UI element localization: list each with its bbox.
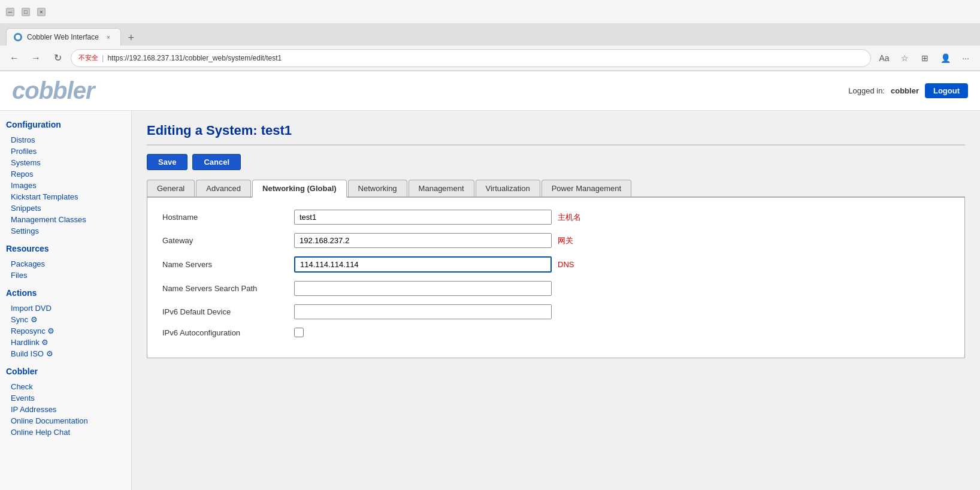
hostname-input-wrapper: 主机名 [294, 210, 581, 225]
collections-icon[interactable]: ⊞ [917, 50, 933, 66]
maximize-button[interactable]: □ [22, 8, 30, 16]
auth-bar: Logged in: cobbler Logout [848, 83, 968, 98]
content-area: Configuration Distros Profiles Systems R… [0, 111, 980, 490]
name-servers-search-input-wrapper [294, 281, 552, 296]
gateway-label: Gateway [162, 236, 294, 245]
tab-favicon [14, 33, 22, 41]
ipv6-default-device-input[interactable] [294, 304, 552, 319]
ipv6-default-device-row: IPv6 Default Device [162, 304, 949, 319]
sidebar-import-dvd[interactable]: Import DVD [6, 303, 125, 314]
tab-bar: Cobbler Web Interface × + [0, 24, 980, 46]
sidebar-repos[interactable]: Repos [6, 168, 125, 180]
sidebar-snippets[interactable]: Snippets [6, 202, 125, 214]
address-actions: Aa ☆ ⊞ 👤 ··· [876, 50, 974, 66]
new-tab-button[interactable]: + [123, 30, 139, 46]
tabs: General Advanced Networking (Global) Net… [147, 180, 965, 198]
ipv6-default-device-label: IPv6 Default Device [162, 307, 294, 316]
ipv6-autoconfig-checkbox[interactable] [294, 328, 304, 337]
title-bar: ─ □ × [0, 0, 980, 24]
sidebar-online-docs[interactable]: Online Documentation [6, 415, 125, 427]
tab-power-management[interactable]: Power Management [542, 180, 631, 196]
gateway-annotation: 网关 [558, 235, 573, 246]
sidebar-images[interactable]: Images [6, 180, 125, 191]
sidebar-reposync[interactable]: Reposync ⚙ [6, 325, 125, 337]
gateway-input-wrapper: 网关 [294, 233, 573, 248]
sidebar-build-iso[interactable]: Build ISO ⚙ [6, 348, 125, 359]
page-wrapper: cobbler Logged in: cobbler Logout Config… [0, 71, 980, 490]
configuration-section-title: Configuration [6, 120, 125, 129]
logo: cobbler [12, 77, 94, 104]
back-button[interactable]: ← [6, 50, 23, 66]
main-content: Editing a System: test1 Save Cancel Gene… [132, 111, 980, 490]
sidebar-ip-addresses[interactable]: IP Addresses [6, 404, 125, 415]
hostname-annotation: 主机名 [558, 212, 581, 223]
sidebar-sync[interactable]: Sync ⚙ [6, 314, 125, 325]
name-servers-row: Name Servers DNS [162, 256, 949, 273]
gateway-row: Gateway 网关 [162, 233, 949, 248]
forward-button[interactable]: → [28, 50, 44, 66]
address-separator: | [102, 53, 104, 62]
minimize-button[interactable]: ─ [6, 8, 14, 16]
sidebar-mgmt-classes[interactable]: Management Classes [6, 214, 125, 225]
name-servers-input-wrapper: DNS [294, 256, 574, 273]
address-input-bar[interactable]: 不安全 | https://192.168.237.131/cobbler_we… [71, 49, 871, 67]
logout-button[interactable]: Logout [925, 83, 968, 98]
name-servers-label: Name Servers [162, 260, 294, 269]
top-header: cobbler Logged in: cobbler Logout [0, 71, 980, 111]
tab-close-button[interactable]: × [104, 32, 113, 42]
name-servers-search-input[interactable] [294, 281, 552, 296]
sidebar-settings[interactable]: Settings [6, 225, 125, 237]
sidebar-profiles[interactable]: Profiles [6, 146, 125, 157]
sidebar: Configuration Distros Profiles Systems R… [0, 111, 132, 490]
sidebar-systems[interactable]: Systems [6, 157, 125, 168]
translate-icon[interactable]: Aa [876, 50, 893, 66]
form-panel: Hostname 主机名 Gateway 网关 Name S [147, 198, 965, 358]
menu-icon[interactable]: ··· [957, 50, 974, 66]
sidebar-check[interactable]: Check [6, 381, 125, 392]
tab-management[interactable]: Management [409, 180, 474, 196]
tab-title: Cobbler Web Interface [27, 33, 99, 41]
favorites-icon[interactable]: ☆ [896, 50, 913, 66]
logo-text: cobbler [12, 77, 94, 104]
save-button[interactable]: Save [147, 154, 187, 170]
address-url: https://192.168.237.131/cobbler_web/syst… [107, 54, 282, 62]
tab-virtualization[interactable]: Virtualization [476, 180, 540, 196]
sidebar-files[interactable]: Files [6, 270, 125, 281]
gateway-input[interactable] [294, 233, 552, 248]
close-button[interactable]: × [37, 8, 46, 16]
logged-in-label: Logged in: [848, 86, 885, 95]
tab-networking-global[interactable]: Networking (Global) [252, 180, 347, 198]
sidebar-events[interactable]: Events [6, 392, 125, 404]
browser-tab[interactable]: Cobbler Web Interface × [6, 28, 121, 46]
sidebar-kickstart[interactable]: Kickstart Templates [6, 191, 125, 202]
hostname-row: Hostname 主机名 [162, 210, 949, 225]
sidebar-hardlink[interactable]: Hardlink ⚙ [6, 337, 125, 348]
action-buttons: Save Cancel [147, 154, 965, 170]
ipv6-default-device-input-wrapper [294, 304, 552, 319]
name-servers-search-label: Name Servers Search Path [162, 284, 294, 293]
hostname-input[interactable] [294, 210, 552, 225]
cancel-button[interactable]: Cancel [192, 154, 241, 170]
sidebar-online-help[interactable]: Online Help Chat [6, 427, 125, 438]
name-servers-annotation: DNS [558, 260, 574, 269]
sidebar-distros[interactable]: Distros [6, 134, 125, 146]
hostname-label: Hostname [162, 213, 294, 222]
account-icon[interactable]: 👤 [937, 50, 954, 66]
tab-networking[interactable]: Networking [348, 180, 407, 196]
security-warning: 不安全 [78, 53, 98, 62]
actions-section-title: Actions [6, 288, 125, 298]
browser-chrome: ─ □ × Cobbler Web Interface × + ← → ↻ 不安… [0, 0, 980, 71]
address-bar: ← → ↻ 不安全 | https://192.168.237.131/cobb… [0, 46, 980, 71]
page-title: Editing a System: test1 [147, 123, 965, 146]
svg-point-0 [16, 35, 20, 40]
cobbler-section-title: Cobbler [6, 367, 125, 376]
tab-general[interactable]: General [147, 180, 195, 196]
name-servers-input[interactable] [294, 256, 552, 273]
window-controls: ─ □ × [6, 8, 46, 16]
sidebar-packages[interactable]: Packages [6, 258, 125, 270]
tab-advanced[interactable]: Advanced [196, 180, 251, 196]
ipv6-autoconfig-label: IPv6 Autoconfiguration [162, 328, 294, 337]
resources-section-title: Resources [6, 244, 125, 253]
ipv6-autoconfig-input-wrapper [294, 328, 304, 337]
refresh-button[interactable]: ↻ [49, 50, 66, 66]
